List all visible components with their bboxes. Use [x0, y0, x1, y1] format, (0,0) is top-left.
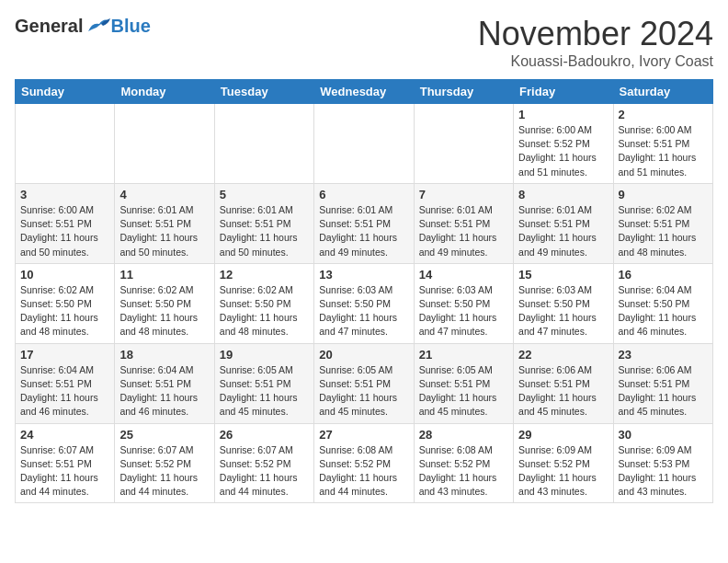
calendar-empty-cell — [214, 104, 313, 184]
weekday-header-thursday: Thursday — [414, 80, 513, 104]
weekday-header-tuesday: Tuesday — [214, 80, 313, 104]
day-number: 27 — [319, 428, 408, 442]
calendar-day-cell: 30Sunrise: 6:09 AM Sunset: 5:53 PM Dayli… — [613, 423, 712, 503]
weekday-header-monday: Monday — [115, 80, 214, 104]
day-number: 28 — [419, 428, 508, 442]
day-number: 30 — [619, 428, 708, 442]
day-info: Sunrise: 6:06 AM Sunset: 5:51 PM Dayligh… — [619, 363, 708, 419]
day-number: 22 — [518, 348, 608, 362]
calendar-empty-cell — [414, 104, 513, 184]
location-title: Kouassi-Badoukro, Ivory Coast — [478, 53, 713, 70]
day-info: Sunrise: 6:01 AM Sunset: 5:51 PM Dayligh… — [518, 203, 608, 259]
day-info: Sunrise: 6:02 AM Sunset: 5:51 PM Dayligh… — [619, 203, 708, 259]
day-info: Sunrise: 6:05 AM Sunset: 5:51 PM Dayligh… — [419, 363, 508, 419]
calendar-day-cell: 6Sunrise: 6:01 AM Sunset: 5:51 PM Daylig… — [314, 183, 414, 263]
logo: General Blue — [15, 15, 151, 37]
day-number: 25 — [119, 428, 209, 442]
day-number: 7 — [419, 188, 508, 201]
calendar-day-cell: 7Sunrise: 6:01 AM Sunset: 5:51 PM Daylig… — [414, 183, 513, 263]
calendar-day-cell: 1Sunrise: 6:00 AM Sunset: 5:52 PM Daylig… — [514, 104, 613, 184]
calendar-week-row: 10Sunrise: 6:02 AM Sunset: 5:50 PM Dayli… — [16, 263, 713, 343]
calendar-empty-cell — [314, 104, 414, 184]
day-number: 11 — [119, 268, 209, 282]
day-info: Sunrise: 6:00 AM Sunset: 5:51 PM Dayligh… — [619, 123, 708, 179]
calendar-week-row: 3Sunrise: 6:00 AM Sunset: 5:51 PM Daylig… — [16, 183, 713, 263]
day-info: Sunrise: 6:02 AM Sunset: 5:50 PM Dayligh… — [20, 283, 109, 339]
calendar-day-cell: 24Sunrise: 6:07 AM Sunset: 5:51 PM Dayli… — [16, 423, 115, 503]
day-number: 24 — [20, 428, 109, 442]
day-number: 29 — [518, 428, 608, 442]
calendar-day-cell: 20Sunrise: 6:05 AM Sunset: 5:51 PM Dayli… — [314, 343, 414, 423]
day-info: Sunrise: 6:02 AM Sunset: 5:50 PM Dayligh… — [119, 283, 209, 339]
calendar-day-cell: 26Sunrise: 6:07 AM Sunset: 5:52 PM Dayli… — [214, 423, 313, 503]
logo-blue-text: Blue — [110, 16, 150, 37]
day-number: 1 — [518, 108, 608, 121]
calendar-day-cell: 22Sunrise: 6:06 AM Sunset: 5:51 PM Dayli… — [514, 343, 613, 423]
calendar-table: SundayMondayTuesdayWednesdayThursdayFrid… — [15, 79, 713, 503]
day-number: 14 — [419, 268, 508, 282]
calendar-day-cell: 9Sunrise: 6:02 AM Sunset: 5:51 PM Daylig… — [613, 183, 712, 263]
calendar-week-row: 17Sunrise: 6:04 AM Sunset: 5:51 PM Dayli… — [16, 343, 713, 423]
day-info: Sunrise: 6:08 AM Sunset: 5:52 PM Dayligh… — [419, 443, 508, 500]
day-number: 12 — [220, 268, 309, 282]
weekday-header-friday: Friday — [514, 80, 613, 104]
calendar-day-cell: 10Sunrise: 6:02 AM Sunset: 5:50 PM Dayli… — [16, 263, 115, 343]
calendar-day-cell: 23Sunrise: 6:06 AM Sunset: 5:51 PM Dayli… — [613, 343, 712, 423]
day-number: 6 — [319, 188, 408, 201]
logo-bird-icon — [85, 15, 110, 37]
day-info: Sunrise: 6:01 AM Sunset: 5:51 PM Dayligh… — [220, 203, 309, 259]
calendar-day-cell: 12Sunrise: 6:02 AM Sunset: 5:50 PM Dayli… — [214, 263, 313, 343]
day-number: 16 — [619, 268, 708, 282]
weekday-header-saturday: Saturday — [613, 80, 712, 104]
calendar-day-cell: 3Sunrise: 6:00 AM Sunset: 5:51 PM Daylig… — [16, 183, 115, 263]
calendar-week-row: 1Sunrise: 6:00 AM Sunset: 5:52 PM Daylig… — [16, 104, 713, 184]
weekday-header-wednesday: Wednesday — [314, 80, 414, 104]
day-info: Sunrise: 6:01 AM Sunset: 5:51 PM Dayligh… — [319, 203, 408, 259]
day-number: 5 — [220, 188, 309, 201]
day-info: Sunrise: 6:01 AM Sunset: 5:51 PM Dayligh… — [419, 203, 508, 259]
day-number: 3 — [20, 188, 109, 201]
calendar-day-cell: 18Sunrise: 6:04 AM Sunset: 5:51 PM Dayli… — [115, 343, 214, 423]
calendar-day-cell: 4Sunrise: 6:01 AM Sunset: 5:51 PM Daylig… — [115, 183, 214, 263]
day-info: Sunrise: 6:07 AM Sunset: 5:52 PM Dayligh… — [220, 443, 309, 500]
day-number: 4 — [119, 188, 209, 201]
day-number: 17 — [20, 348, 109, 362]
day-info: Sunrise: 6:03 AM Sunset: 5:50 PM Dayligh… — [319, 283, 408, 339]
calendar-day-cell: 21Sunrise: 6:05 AM Sunset: 5:51 PM Dayli… — [414, 343, 513, 423]
day-number: 13 — [319, 268, 408, 282]
day-info: Sunrise: 6:04 AM Sunset: 5:51 PM Dayligh… — [20, 363, 109, 419]
calendar-day-cell: 14Sunrise: 6:03 AM Sunset: 5:50 PM Dayli… — [414, 263, 513, 343]
day-info: Sunrise: 6:04 AM Sunset: 5:50 PM Dayligh… — [619, 283, 708, 339]
day-number: 18 — [119, 348, 209, 362]
day-info: Sunrise: 6:03 AM Sunset: 5:50 PM Dayligh… — [419, 283, 508, 339]
day-number: 9 — [619, 188, 708, 201]
calendar-day-cell: 27Sunrise: 6:08 AM Sunset: 5:52 PM Dayli… — [314, 423, 414, 503]
month-title: November 2024 — [478, 15, 713, 53]
day-number: 23 — [619, 348, 708, 362]
calendar-day-cell: 8Sunrise: 6:01 AM Sunset: 5:51 PM Daylig… — [514, 183, 613, 263]
day-info: Sunrise: 6:05 AM Sunset: 5:51 PM Dayligh… — [319, 363, 408, 419]
day-info: Sunrise: 6:04 AM Sunset: 5:51 PM Dayligh… — [119, 363, 209, 419]
calendar-empty-cell — [16, 104, 115, 184]
day-info: Sunrise: 6:03 AM Sunset: 5:50 PM Dayligh… — [518, 283, 608, 339]
calendar-day-cell: 2Sunrise: 6:00 AM Sunset: 5:51 PM Daylig… — [613, 104, 712, 184]
calendar-day-cell: 13Sunrise: 6:03 AM Sunset: 5:50 PM Dayli… — [314, 263, 414, 343]
day-number: 19 — [220, 348, 309, 362]
logo-general-text: General — [15, 16, 83, 37]
day-info: Sunrise: 6:07 AM Sunset: 5:52 PM Dayligh… — [119, 443, 209, 500]
calendar-empty-cell — [115, 104, 214, 184]
day-info: Sunrise: 6:09 AM Sunset: 5:52 PM Dayligh… — [518, 443, 608, 500]
day-info: Sunrise: 6:07 AM Sunset: 5:51 PM Dayligh… — [20, 443, 109, 500]
calendar-day-cell: 17Sunrise: 6:04 AM Sunset: 5:51 PM Dayli… — [16, 343, 115, 423]
weekday-header-sunday: Sunday — [16, 80, 115, 104]
calendar-day-cell: 5Sunrise: 6:01 AM Sunset: 5:51 PM Daylig… — [214, 183, 313, 263]
day-info: Sunrise: 6:00 AM Sunset: 5:51 PM Dayligh… — [20, 203, 109, 259]
weekday-header-row: SundayMondayTuesdayWednesdayThursdayFrid… — [16, 80, 713, 104]
day-number: 8 — [518, 188, 608, 201]
calendar-day-cell: 29Sunrise: 6:09 AM Sunset: 5:52 PM Dayli… — [514, 423, 613, 503]
calendar-day-cell: 11Sunrise: 6:02 AM Sunset: 5:50 PM Dayli… — [115, 263, 214, 343]
day-info: Sunrise: 6:00 AM Sunset: 5:52 PM Dayligh… — [518, 123, 608, 179]
calendar-day-cell: 19Sunrise: 6:05 AM Sunset: 5:51 PM Dayli… — [214, 343, 313, 423]
calendar-day-cell: 16Sunrise: 6:04 AM Sunset: 5:50 PM Dayli… — [613, 263, 712, 343]
calendar-day-cell: 25Sunrise: 6:07 AM Sunset: 5:52 PM Dayli… — [115, 423, 214, 503]
